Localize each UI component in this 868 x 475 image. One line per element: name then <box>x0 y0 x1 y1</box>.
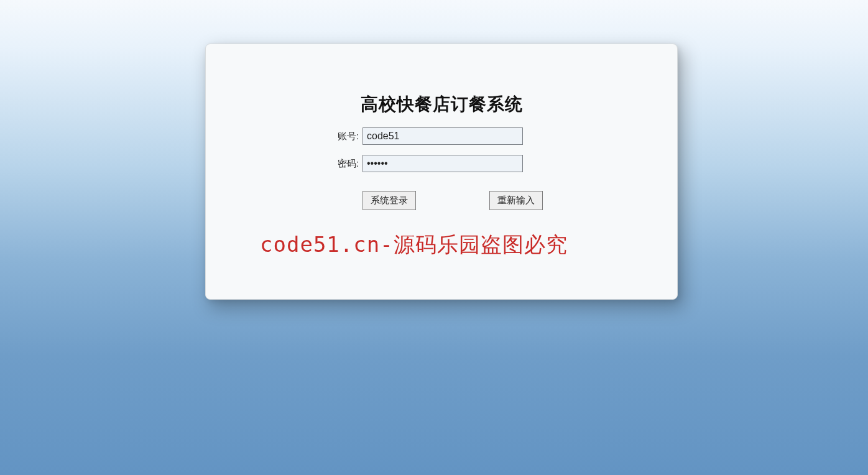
username-input[interactable] <box>362 127 523 145</box>
username-row: 账号: <box>206 127 677 145</box>
reset-button[interactable]: 重新输入 <box>489 191 543 210</box>
login-panel: 高校快餐店订餐系统 账号: 密码: 系统登录 重新输入 code51.cn-源码… <box>205 44 678 300</box>
password-row: 密码: <box>206 155 677 172</box>
page-title: 高校快餐店订餐系统 <box>206 93 677 116</box>
login-button[interactable]: 系统登录 <box>362 191 416 210</box>
login-form: 账号: 密码: 系统登录 重新输入 <box>206 127 677 210</box>
username-label: 账号: <box>333 131 359 142</box>
password-label: 密码: <box>333 158 359 170</box>
password-input[interactable] <box>362 155 523 172</box>
button-row: 系统登录 重新输入 <box>206 191 677 210</box>
watermark-text: code51.cn-源码乐园盗图必究 <box>260 231 568 259</box>
